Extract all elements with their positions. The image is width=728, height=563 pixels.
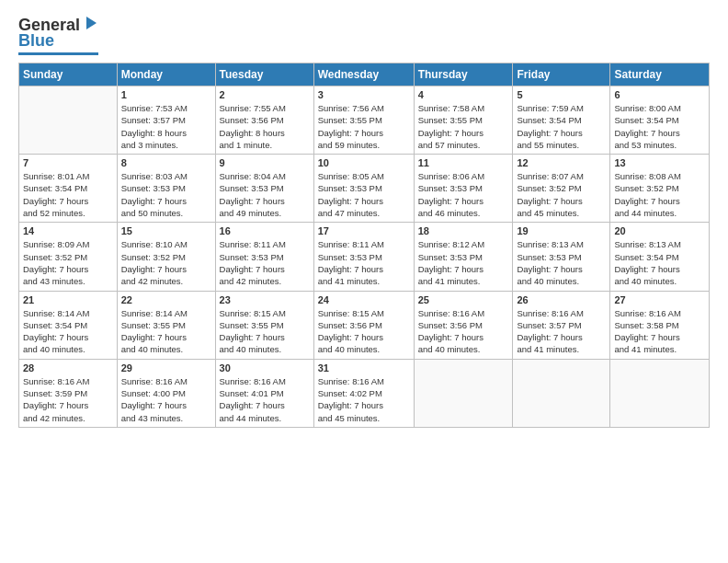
calendar-page: General Blue SundayMondayTuesdayWednesda… bbox=[0, 0, 728, 563]
svg-marker-0 bbox=[86, 17, 97, 29]
calendar-day-cell: 4Sunrise: 7:58 AM Sunset: 3:55 PM Daylig… bbox=[414, 86, 513, 155]
day-number: 15 bbox=[121, 225, 211, 236]
calendar-week-row: 28Sunrise: 8:16 AM Sunset: 3:59 PM Dayli… bbox=[19, 359, 710, 427]
day-info: Sunrise: 7:58 AM Sunset: 3:55 PM Dayligh… bbox=[418, 102, 509, 151]
day-info: Sunrise: 8:16 AM Sunset: 4:01 PM Dayligh… bbox=[220, 375, 310, 424]
day-info: Sunrise: 8:11 AM Sunset: 3:53 PM Dayligh… bbox=[318, 238, 410, 287]
calendar-day-cell: 27Sunrise: 8:16 AM Sunset: 3:58 PM Dayli… bbox=[610, 291, 710, 359]
day-info: Sunrise: 8:16 AM Sunset: 3:59 PM Dayligh… bbox=[23, 375, 113, 424]
calendar-day-cell: 30Sunrise: 8:16 AM Sunset: 4:01 PM Dayli… bbox=[215, 359, 313, 427]
calendar-day-cell: 23Sunrise: 8:15 AM Sunset: 3:55 PM Dayli… bbox=[215, 291, 313, 359]
day-info: Sunrise: 8:15 AM Sunset: 3:55 PM Dayligh… bbox=[220, 307, 310, 356]
calendar-day-cell: 10Sunrise: 8:05 AM Sunset: 3:53 PM Dayli… bbox=[313, 155, 414, 223]
calendar-week-row: 14Sunrise: 8:09 AM Sunset: 3:52 PM Dayli… bbox=[19, 223, 710, 291]
day-number: 5 bbox=[517, 89, 606, 100]
empty-cell bbox=[610, 359, 710, 427]
day-number: 16 bbox=[220, 225, 310, 236]
calendar-table: SundayMondayTuesdayWednesdayThursdayFrid… bbox=[18, 63, 710, 428]
day-info: Sunrise: 8:16 AM Sunset: 3:58 PM Dayligh… bbox=[614, 307, 705, 356]
empty-cell bbox=[414, 359, 513, 427]
calendar-day-cell: 5Sunrise: 7:59 AM Sunset: 3:54 PM Daylig… bbox=[513, 86, 610, 155]
weekday-header-saturday: Saturday bbox=[610, 63, 710, 86]
calendar-day-cell: 29Sunrise: 8:16 AM Sunset: 4:00 PM Dayli… bbox=[117, 359, 215, 427]
day-info: Sunrise: 8:10 AM Sunset: 3:52 PM Dayligh… bbox=[121, 238, 211, 287]
calendar-day-cell: 8Sunrise: 8:03 AM Sunset: 3:53 PM Daylig… bbox=[117, 155, 215, 223]
calendar-day-cell: 22Sunrise: 8:14 AM Sunset: 3:55 PM Dayli… bbox=[117, 291, 215, 359]
day-number: 9 bbox=[220, 157, 310, 168]
day-number: 1 bbox=[121, 89, 211, 100]
day-info: Sunrise: 8:01 AM Sunset: 3:54 PM Dayligh… bbox=[23, 170, 113, 219]
day-number: 6 bbox=[614, 89, 705, 100]
day-number: 8 bbox=[121, 157, 211, 168]
day-number: 20 bbox=[614, 225, 705, 236]
day-number: 22 bbox=[121, 294, 211, 305]
logo: General Blue bbox=[18, 15, 98, 55]
calendar-header-row: SundayMondayTuesdayWednesdayThursdayFrid… bbox=[19, 63, 710, 86]
day-info: Sunrise: 7:56 AM Sunset: 3:55 PM Dayligh… bbox=[318, 102, 410, 151]
day-info: Sunrise: 8:08 AM Sunset: 3:52 PM Dayligh… bbox=[614, 170, 705, 219]
day-number: 18 bbox=[418, 225, 509, 236]
day-info: Sunrise: 8:15 AM Sunset: 3:56 PM Dayligh… bbox=[318, 307, 410, 356]
day-number: 17 bbox=[318, 225, 410, 236]
header: General Blue bbox=[18, 15, 710, 55]
calendar-day-cell: 16Sunrise: 8:11 AM Sunset: 3:53 PM Dayli… bbox=[215, 223, 313, 291]
day-info: Sunrise: 8:05 AM Sunset: 3:53 PM Dayligh… bbox=[318, 170, 410, 219]
day-info: Sunrise: 8:14 AM Sunset: 3:54 PM Dayligh… bbox=[23, 307, 113, 356]
weekday-header-tuesday: Tuesday bbox=[215, 63, 313, 86]
day-info: Sunrise: 7:53 AM Sunset: 3:57 PM Dayligh… bbox=[121, 102, 211, 151]
day-number: 28 bbox=[23, 362, 113, 373]
day-number: 21 bbox=[23, 294, 113, 305]
empty-cell bbox=[19, 86, 118, 155]
calendar-day-cell: 1Sunrise: 7:53 AM Sunset: 3:57 PM Daylig… bbox=[117, 86, 215, 155]
calendar-day-cell: 11Sunrise: 8:06 AM Sunset: 3:53 PM Dayli… bbox=[414, 155, 513, 223]
day-number: 30 bbox=[220, 362, 310, 373]
day-number: 10 bbox=[318, 157, 410, 168]
day-number: 3 bbox=[318, 89, 410, 100]
calendar-day-cell: 25Sunrise: 8:16 AM Sunset: 3:56 PM Dayli… bbox=[414, 291, 513, 359]
calendar-day-cell: 3Sunrise: 7:56 AM Sunset: 3:55 PM Daylig… bbox=[313, 86, 414, 155]
calendar-day-cell: 14Sunrise: 8:09 AM Sunset: 3:52 PM Dayli… bbox=[19, 223, 118, 291]
calendar-day-cell: 9Sunrise: 8:04 AM Sunset: 3:53 PM Daylig… bbox=[215, 155, 313, 223]
day-number: 7 bbox=[23, 157, 113, 168]
logo-triangle-icon bbox=[82, 15, 98, 31]
day-number: 31 bbox=[318, 362, 410, 373]
day-info: Sunrise: 8:13 AM Sunset: 3:54 PM Dayligh… bbox=[614, 238, 705, 287]
day-info: Sunrise: 8:12 AM Sunset: 3:53 PM Dayligh… bbox=[418, 238, 509, 287]
day-info: Sunrise: 8:09 AM Sunset: 3:52 PM Dayligh… bbox=[23, 238, 113, 287]
calendar-day-cell: 28Sunrise: 8:16 AM Sunset: 3:59 PM Dayli… bbox=[19, 359, 118, 427]
calendar-day-cell: 19Sunrise: 8:13 AM Sunset: 3:53 PM Dayli… bbox=[513, 223, 610, 291]
day-number: 19 bbox=[517, 225, 606, 236]
day-number: 27 bbox=[614, 294, 705, 305]
logo-blue-text: Blue bbox=[18, 31, 54, 51]
day-number: 13 bbox=[614, 157, 705, 168]
day-number: 4 bbox=[418, 89, 509, 100]
calendar-week-row: 21Sunrise: 8:14 AM Sunset: 3:54 PM Dayli… bbox=[19, 291, 710, 359]
day-number: 12 bbox=[517, 157, 606, 168]
calendar-day-cell: 31Sunrise: 8:16 AM Sunset: 4:02 PM Dayli… bbox=[313, 359, 414, 427]
calendar-day-cell: 2Sunrise: 7:55 AM Sunset: 3:56 PM Daylig… bbox=[215, 86, 313, 155]
day-info: Sunrise: 8:07 AM Sunset: 3:52 PM Dayligh… bbox=[517, 170, 606, 219]
day-number: 26 bbox=[517, 294, 606, 305]
calendar-day-cell: 12Sunrise: 8:07 AM Sunset: 3:52 PM Dayli… bbox=[513, 155, 610, 223]
calendar-week-row: 7Sunrise: 8:01 AM Sunset: 3:54 PM Daylig… bbox=[19, 155, 710, 223]
day-info: Sunrise: 8:00 AM Sunset: 3:54 PM Dayligh… bbox=[614, 102, 705, 151]
calendar-day-cell: 24Sunrise: 8:15 AM Sunset: 3:56 PM Dayli… bbox=[313, 291, 414, 359]
empty-cell bbox=[513, 359, 610, 427]
calendar-day-cell: 21Sunrise: 8:14 AM Sunset: 3:54 PM Dayli… bbox=[19, 291, 118, 359]
day-info: Sunrise: 8:16 AM Sunset: 4:00 PM Dayligh… bbox=[121, 375, 211, 424]
weekday-header-thursday: Thursday bbox=[414, 63, 513, 86]
day-info: Sunrise: 8:16 AM Sunset: 3:57 PM Dayligh… bbox=[517, 307, 606, 356]
calendar-day-cell: 13Sunrise: 8:08 AM Sunset: 3:52 PM Dayli… bbox=[610, 155, 710, 223]
weekday-header-monday: Monday bbox=[117, 63, 215, 86]
day-info: Sunrise: 8:14 AM Sunset: 3:55 PM Dayligh… bbox=[121, 307, 211, 356]
weekday-header-friday: Friday bbox=[513, 63, 610, 86]
calendar-day-cell: 20Sunrise: 8:13 AM Sunset: 3:54 PM Dayli… bbox=[610, 223, 710, 291]
day-number: 25 bbox=[418, 294, 509, 305]
day-number: 24 bbox=[318, 294, 410, 305]
day-info: Sunrise: 7:59 AM Sunset: 3:54 PM Dayligh… bbox=[517, 102, 606, 151]
logo-underline bbox=[18, 52, 98, 55]
day-number: 23 bbox=[220, 294, 310, 305]
day-info: Sunrise: 8:16 AM Sunset: 3:56 PM Dayligh… bbox=[418, 307, 509, 356]
day-info: Sunrise: 8:04 AM Sunset: 3:53 PM Dayligh… bbox=[220, 170, 310, 219]
day-number: 14 bbox=[23, 225, 113, 236]
